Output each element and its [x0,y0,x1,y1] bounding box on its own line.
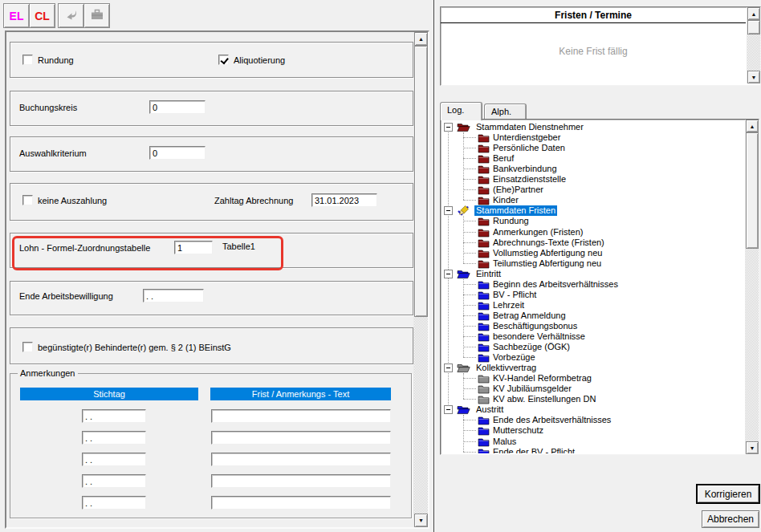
tree-item-label: Bankverbindung [491,164,559,174]
korrigieren-button[interactable]: Korrigieren [697,485,759,503]
tree-item[interactable]: Kinder [442,195,744,205]
tree-item[interactable]: Beginn des Arbeitsverhältnisses [442,279,744,290]
tree-item[interactable]: Ende der BV - Pflicht [442,447,744,453]
tree-item[interactable]: Bankverbindung [442,164,744,174]
tree-expander-minus[interactable] [444,363,453,372]
scrollbar-up-button[interactable]: ▲ [414,32,428,46]
aliquotierung-checkbox[interactable] [218,55,229,65]
frist-text-input[interactable] [211,409,391,423]
tree-item[interactable]: Austritt [442,404,744,415]
abbrechen-button[interactable]: Abbrechen [702,510,759,528]
folder-icon [478,227,490,238]
tree-item[interactable]: Mutterschutz [442,425,744,436]
frist-text-input[interactable] [211,431,391,445]
tree-expander-minus[interactable] [444,123,453,132]
frist-text-input[interactable] [211,453,391,466]
stichtag-input[interactable] [82,474,146,488]
frist-text-input[interactable] [211,474,391,488]
tree-item[interactable]: Eintritt [442,269,744,279]
tree-expander-minus[interactable] [444,206,453,215]
folder-open-icon [457,122,470,132]
fristen-tree: Stammdaten DienstnehmerUnterdienstgeberP… [440,119,759,455]
stichtag-input[interactable] [82,453,146,466]
tree-item[interactable]: Einsatzdienststelle [442,174,744,185]
fristen-scrollbar[interactable]: ▲ ▼ [747,7,760,83]
tree-item[interactable]: KV-Handel Reformbetrag [442,373,744,384]
scrollbar-down-button[interactable]: ▼ [747,71,760,83]
scrollbar-thumb[interactable] [746,132,759,249]
tree-item-label: Mutterschutz [491,425,545,436]
tree-item[interactable]: Unterdienstgeber [442,132,744,143]
tree-expander-minus[interactable] [444,405,453,414]
cl-button[interactable]: CL [29,3,55,28]
tree-item[interactable]: BV - Pflicht [442,290,744,300]
tree-item-label: Betrag Anmeldung [491,311,568,321]
tree-item[interactable]: Betrag Anmeldung [442,311,744,321]
tree-item[interactable]: KV Jubiläumsgelder [442,384,744,394]
zahltag-input[interactable] [311,193,377,207]
tree-item-label: KV-Handel Reformbetrag [491,373,593,384]
tree-item[interactable]: Malus [442,437,744,447]
tree-item[interactable]: Teilumstieg Abfertigung neu [442,258,744,269]
tab-alph[interactable]: Alph. [484,104,527,119]
tree-item-label: Beginn des Arbeitsverhältnisses [491,279,620,290]
tree-item[interactable]: KV abw. Einstellungen DN [442,394,744,404]
stichtag-input[interactable] [82,431,146,445]
lohn-formel-input[interactable] [174,241,213,254]
tree-item-label: Vorbezüge [491,352,537,363]
tree-item[interactable]: besondere Verhältnisse [442,331,744,342]
fristen-termine-title: Fristen / Termine [441,10,746,21]
tree-item[interactable]: Kollektivvertrag [442,363,744,373]
tree-expander-minus[interactable] [444,270,453,278]
scrollbar-down-button[interactable]: ▼ [746,441,759,454]
briefcase-button-disabled[interactable] [83,3,110,28]
tree-item[interactable]: Abrechnungs-Texte (Fristen) [442,238,744,248]
folder-icon [478,164,490,174]
undo-button-disabled[interactable] [58,3,84,28]
buchungskreis-input[interactable] [149,100,206,114]
scrollbar-up-button[interactable]: ▲ [746,120,759,132]
auswahlkriterium-input[interactable] [149,146,206,160]
scrollbar-up-button[interactable]: ▲ [747,7,760,20]
tree-item[interactable]: Anmerkungen (Fristen) [442,227,744,238]
stichtag-input[interactable] [82,496,146,510]
tree-item[interactable]: Vorbezüge [442,352,744,363]
scrollbar-down-button[interactable]: ▼ [414,514,428,527]
stichtag-input[interactable] [82,409,146,423]
el-button[interactable]: EL [3,3,30,28]
fristen-termine-listbox: Fristen / Termine Keine Frist fällig ▲ ▼ [440,6,761,86]
tree-item[interactable]: Sachbezüge (ÖGK) [442,342,744,352]
form-scrollbar[interactable]: ▲ ▼ [413,32,428,527]
tree-item-label: Kinder [491,195,520,205]
tree-scrollbar[interactable]: ▲ ▼ [745,120,759,454]
zahltag-label: Zahltag Abrechnung [214,196,293,205]
folder-icon [478,437,490,447]
rundung-checkbox[interactable] [22,55,33,65]
ende-arbeitsbewilligung-input[interactable] [143,289,204,303]
scrollbar-thumb[interactable] [747,20,760,35]
folder-icon [478,331,490,342]
frist-text-input[interactable] [211,496,391,510]
tab-log[interactable]: Log. [440,102,482,120]
buchungskreis-label: Buchungskreis [19,103,77,112]
tree-item-label: Stammdaten Fristen [474,205,557,216]
tree-item-label: Abrechnungs-Texte (Fristen) [491,238,606,248]
tree-item[interactable]: Lehrzeit [442,300,744,311]
scrollbar-thumb[interactable] [414,46,428,317]
keine-auszahlung-checkbox[interactable] [22,195,33,205]
tree-item[interactable]: Beruf [442,153,744,164]
curved-arrow-icon [64,8,79,23]
tree-item[interactable]: (Ehe)Partner [442,185,744,195]
tree-item[interactable]: Rundung [442,216,744,226]
tree-item[interactable]: Vollumstieg Abfertigung neu [442,248,744,258]
tree-item[interactable]: Beschäftigungsbonus [442,321,744,331]
behinderte-checkbox[interactable] [22,342,33,352]
tree-item[interactable]: Stammdaten Fristen [442,205,744,216]
tree-item[interactable]: Ende des Arbeitsverhältnisses [442,415,744,425]
anmerkungen-legend: Anmerkungen [18,368,78,378]
tree-item[interactable]: Stammdaten Dienstnehmer [442,122,744,132]
tree-item[interactable]: Persönliche Daten [442,143,744,153]
lohn-formel-label: Lohn - Formel-Zuordnungstabelle [19,243,150,253]
folder-icon [478,216,490,226]
folder-icon [478,384,490,394]
